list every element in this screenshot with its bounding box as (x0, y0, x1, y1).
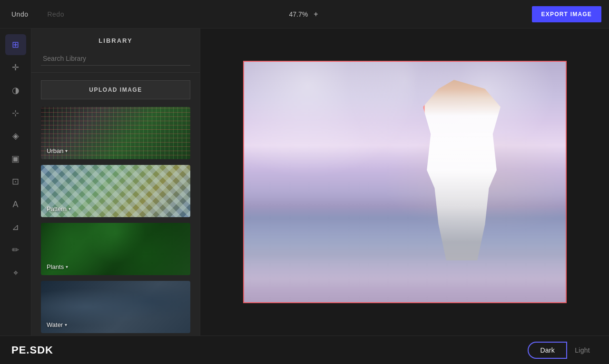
selection-outline (243, 61, 567, 303)
sidebar-item-nodes[interactable]: ⊹ (5, 103, 26, 124)
bottom-bar: PE.SDK Dark Light (0, 335, 609, 364)
canvas-image[interactable] (243, 61, 567, 303)
sidebar-item-frame[interactable]: ▣ (5, 148, 26, 169)
frame-icon: ▣ (11, 153, 20, 164)
brush-icon: ✏ (12, 245, 19, 255)
dark-theme-button[interactable]: Dark (528, 342, 567, 359)
water-label: Water ▾ (47, 321, 67, 328)
sidebar-item-add[interactable]: ✛ (5, 57, 26, 78)
sidebar-item-drop[interactable]: ◈ (5, 125, 26, 146)
beach-scene (243, 61, 567, 303)
sidebar-item-paint[interactable]: ◑ (5, 80, 26, 101)
crop-icon: ⊡ (12, 176, 19, 187)
urban-label: Urban ▾ (47, 147, 68, 154)
toolbar: Undo Redo 47.7% + EXPORT IMAGE (0, 0, 609, 29)
redo-button[interactable]: Redo (43, 9, 68, 20)
add-icon: ✛ (12, 62, 19, 73)
library-list: Urban ▾ Pattern ▾ Plants ▾ (31, 107, 200, 335)
pattern-label: Pattern ▾ (47, 205, 71, 212)
pattern-chevron-icon: ▾ (69, 206, 71, 211)
lasso-icon: ⌖ (13, 268, 18, 278)
theme-switcher: Dark Light (528, 342, 598, 359)
toolbar-center: 47.7% + (289, 9, 320, 19)
library-item-pattern[interactable]: Pattern ▾ (41, 165, 190, 217)
logo: PE.SDK (11, 344, 53, 356)
canvas-area (200, 29, 609, 335)
search-input[interactable] (41, 52, 190, 66)
upload-button[interactable]: UPLOAD IMAGE (41, 80, 190, 99)
light-theme-button[interactable]: Light (567, 343, 598, 358)
sidebar-item-text[interactable]: A (5, 194, 26, 215)
main-content: ⊞ ✛ ◑ ⊹ ◈ ▣ ⊡ A ⊿ ✏ ⌖ (0, 29, 609, 335)
sidebar-item-brush[interactable]: ✏ (5, 239, 26, 260)
library-panel: LIBRARY UPLOAD IMAGE Urban ▾ Pattern ▾ (31, 29, 200, 335)
library-header: LIBRARY (31, 29, 200, 73)
sidebar-item-bookmark[interactable]: ⊿ (5, 217, 26, 238)
nodes-icon: ⊹ (12, 108, 19, 118)
plants-chevron-icon: ▾ (66, 264, 68, 269)
text-icon: A (12, 200, 18, 210)
paint-icon: ◑ (12, 85, 20, 96)
sidebar-item-lasso[interactable]: ⌖ (5, 262, 26, 283)
bookmark-icon: ⊿ (12, 222, 19, 232)
library-item-urban[interactable]: Urban ▾ (41, 107, 190, 159)
toolbar-left: Undo Redo (8, 9, 532, 20)
sidebar-item-layers[interactable]: ⊞ (5, 34, 26, 55)
sidebar-item-crop[interactable]: ⊡ (5, 171, 26, 192)
undo-button[interactable]: Undo (8, 9, 32, 20)
drop-icon: ◈ (12, 131, 19, 141)
zoom-value: 47.7% (289, 10, 308, 18)
layers-icon: ⊞ (12, 39, 19, 50)
urban-chevron-icon: ▾ (65, 148, 68, 153)
library-item-water[interactable]: Water ▾ (41, 281, 190, 333)
water-chevron-icon: ▾ (65, 322, 67, 327)
zoom-plus-button[interactable]: + (312, 9, 320, 19)
plants-label: Plants ▾ (47, 263, 68, 270)
library-title: LIBRARY (41, 37, 190, 44)
export-button[interactable]: EXPORT IMAGE (532, 6, 601, 22)
icon-sidebar: ⊞ ✛ ◑ ⊹ ◈ ▣ ⊡ A ⊿ ✏ ⌖ (0, 29, 31, 335)
person-figure (414, 80, 510, 279)
library-item-plants[interactable]: Plants ▾ (41, 223, 190, 275)
